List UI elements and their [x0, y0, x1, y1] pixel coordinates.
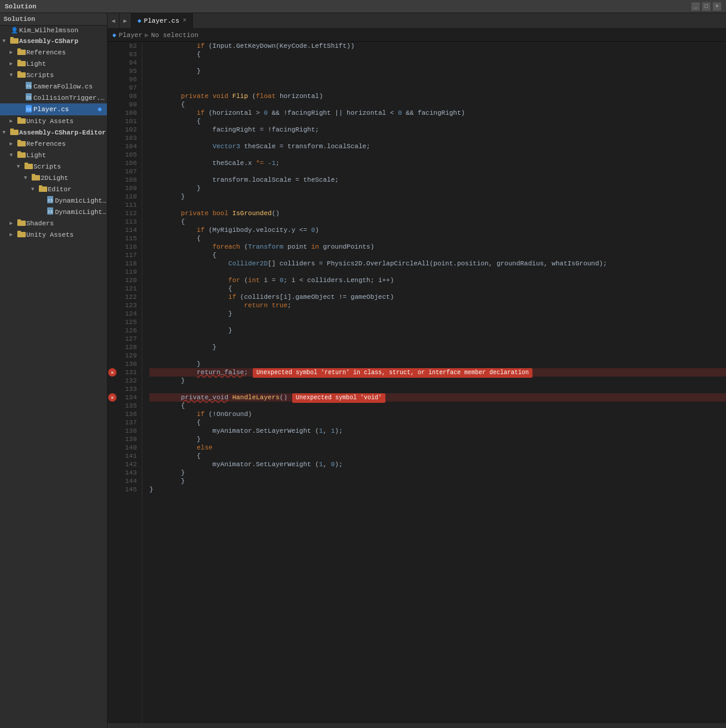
breadcrumb-member[interactable]: No selection [151, 32, 198, 39]
code-line-130[interactable]: } [149, 360, 726, 368]
code-line-145[interactable]: } [149, 485, 726, 494]
tab-close-button[interactable]: × [183, 17, 186, 24]
tree-arrow-shaders[interactable]: ▶ [10, 220, 17, 227]
tab-forward-button[interactable]: ▶ [120, 13, 131, 29]
tree-arrow-unity-assets2[interactable]: ▶ [10, 231, 17, 238]
code-container[interactable]: ✕✕ 9293949596979899100101102103104105106… [108, 42, 726, 723]
maximize-button[interactable]: □ [702, 2, 710, 11]
tree-arrow-2dlight[interactable]: ▼ [24, 175, 31, 181]
tree-arrow-light1[interactable]: ▶ [10, 60, 17, 67]
sidebar-item-scripts1[interactable]: ▼Scripts [0, 69, 107, 81]
code-line-135[interactable]: { [149, 402, 726, 410]
code-line-101[interactable]: { [149, 117, 726, 126]
sidebar-item-assembly-csharp-editor[interactable]: ▼Assembly-CSharp-Editor [0, 127, 107, 138]
sidebar-item-dynamiclightmenu[interactable]: csDynamicLightMenu.c [0, 206, 107, 218]
code-line-102[interactable]: facingRight = !facingRight; [149, 126, 726, 134]
tree-arrow-editor-folder[interactable]: ▼ [31, 186, 38, 192]
code-line-94[interactable] [149, 59, 726, 67]
sidebar-item-light1[interactable]: ▶Light [0, 58, 107, 69]
code-line-134[interactable]: private_void HandleLayers()Unexpected sy… [149, 393, 726, 402]
horizontal-scrollbar[interactable] [108, 723, 726, 728]
code-line-93[interactable]: { [149, 50, 726, 59]
breadcrumb-class[interactable]: Player [119, 32, 143, 39]
tree-arrow-light2[interactable]: ▼ [10, 152, 17, 158]
sidebar-item-scripts2[interactable]: ▼Scripts [0, 161, 107, 172]
code-line-97[interactable] [149, 84, 726, 92]
code-line-104[interactable]: Vector3 theScale = transform.localScale; [149, 142, 726, 151]
code-line-141[interactable]: { [149, 452, 726, 460]
code-line-105[interactable] [149, 151, 726, 159]
code-line-142[interactable]: myAnimator.SetLayerWeight (1, 0); [149, 460, 726, 469]
sidebar-item-references1[interactable]: ▶References [0, 47, 107, 58]
code-line-143[interactable]: } [149, 469, 726, 477]
code-line-117[interactable]: { [149, 251, 726, 259]
tree-arrow-assembly-csharp[interactable]: ▼ [2, 38, 10, 44]
code-line-119[interactable] [149, 268, 726, 276]
sidebar-item-editor-folder[interactable]: ▼Editor [0, 183, 107, 195]
sidebar-item-assembly-csharp[interactable]: ▼Assembly-CSharp [0, 35, 107, 47]
code-line-121[interactable]: { [149, 285, 726, 293]
code-line-144[interactable]: } [149, 477, 726, 485]
tree-arrow-references2[interactable]: ▶ [10, 140, 17, 147]
code-content[interactable]: if (Input.GetKeyDown(KeyCode.LeftShift))… [142, 42, 726, 723]
tree-arrow-scripts2[interactable]: ▼ [17, 164, 24, 170]
code-line-136[interactable]: if (!OnGround) [149, 410, 726, 418]
tree-arrow-unity-assets1[interactable]: ▶ [10, 118, 17, 124]
sidebar-item-references2[interactable]: ▶References [0, 138, 107, 149]
code-line-109[interactable]: } [149, 184, 726, 192]
code-line-129[interactable] [149, 351, 726, 360]
code-line-98[interactable]: private void Flip (float horizontal) [149, 92, 726, 100]
sidebar-item-light2[interactable]: ▼Light [0, 149, 107, 161]
sidebar-item-shaders[interactable]: ▶Shaders [0, 218, 107, 229]
code-line-128[interactable]: } [149, 343, 726, 351]
code-line-123[interactable]: return true; [149, 301, 726, 310]
code-line-92[interactable]: if (Input.GetKeyDown(KeyCode.LeftShift)) [149, 42, 726, 50]
code-line-113[interactable]: { [149, 218, 726, 226]
code-line-114[interactable]: if (MyRigibody.velocity.y <= 0) [149, 226, 726, 234]
code-line-96[interactable] [149, 75, 726, 84]
code-line-110[interactable]: } [149, 192, 726, 201]
code-line-140[interactable]: else [149, 443, 726, 452]
code-line-103[interactable] [149, 134, 726, 142]
sidebar-item-unity-assets2[interactable]: ▶Unity Assets [0, 229, 107, 240]
sidebar-item-player-cs[interactable]: csPlayer.cs● [0, 103, 107, 115]
code-line-118[interactable]: Collider2D[] colliders = Physics2D.Overl… [149, 259, 726, 268]
code-line-138[interactable]: myAnimator.SetLayerWeight (1, 1); [149, 427, 726, 435]
code-line-122[interactable]: if (colliders[i].gameObject != gameObjec… [149, 293, 726, 301]
tab-back-button[interactable]: ◀ [108, 13, 120, 29]
code-line-139[interactable]: } [149, 435, 726, 443]
code-line-116[interactable]: foreach (Transform point in groundPoints… [149, 243, 726, 251]
code-line-125[interactable] [149, 318, 726, 326]
code-line-95[interactable]: } [149, 67, 726, 75]
code-line-127[interactable] [149, 335, 726, 343]
sidebar-scrollbar[interactable] [0, 240, 107, 245]
code-line-115[interactable]: { [149, 234, 726, 243]
sidebar-item-unity-assets1[interactable]: ▶Unity Assets [0, 115, 107, 127]
code-line-133[interactable] [149, 385, 726, 393]
code-line-120[interactable]: for (int i = 0; i < colliders.Length; i+… [149, 276, 726, 285]
tree-arrow-scripts1[interactable]: ▼ [10, 72, 17, 78]
tab-player-cs[interactable]: ◆ Player.cs × [131, 13, 193, 29]
code-line-126[interactable]: } [149, 326, 726, 335]
code-line-112[interactable]: private bool IsGrounded() [149, 209, 726, 218]
sidebar-item-2dlight[interactable]: ▼2DLight [0, 172, 107, 183]
code-line-108[interactable]: transform.localScale = theScale; [149, 176, 726, 184]
code-line-107[interactable] [149, 167, 726, 176]
code-line-99[interactable]: { [149, 100, 726, 109]
minimize-button[interactable]: _ [691, 2, 700, 11]
sidebar-item-camerafollow[interactable]: csCameraFollow.cs [0, 81, 107, 92]
code-line-100[interactable]: if (horizontal > 0 && !facingRight || ho… [149, 109, 726, 117]
tree-arrow-references1[interactable]: ▶ [10, 49, 17, 56]
code-line-111[interactable] [149, 201, 726, 209]
sidebar-item-collisiontrigger[interactable]: csCollisionTrigger.cs [0, 92, 107, 103]
code-line-124[interactable]: } [149, 310, 726, 318]
sidebar-item-user[interactable]: 👤Kim_Wilhelmsson [0, 26, 107, 35]
code-line-137[interactable]: { [149, 418, 726, 427]
tree-arrow-assembly-csharp-editor[interactable]: ▼ [2, 130, 10, 136]
code-line-132[interactable]: } [149, 377, 726, 385]
code-line-106[interactable]: theScale.x *= -1; [149, 159, 726, 167]
window-controls[interactable]: _ □ × [691, 2, 721, 11]
code-line-131[interactable]: return_false;Unexpected symbol 'return' … [149, 368, 726, 377]
sidebar-item-dynamiclighteditor[interactable]: csDynamicLightEditor.c [0, 195, 107, 206]
close-button[interactable]: × [713, 2, 721, 11]
